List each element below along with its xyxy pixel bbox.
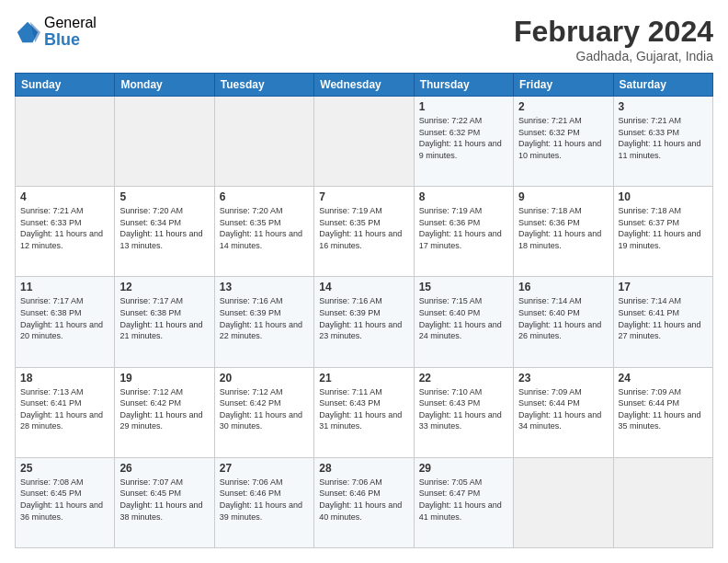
header: General Blue February 2024 Gadhada, Guja…	[15, 15, 713, 63]
main-title: February 2024	[514, 15, 713, 49]
day-info: Sunrise: 7:06 AM Sunset: 6:46 PM Dayligh…	[319, 477, 408, 523]
day-number: 21	[319, 372, 408, 385]
logo-text: General Blue	[44, 15, 97, 49]
calendar-cell	[314, 97, 414, 187]
day-number: 23	[518, 372, 608, 385]
day-info: Sunrise: 7:13 AM Sunset: 6:41 PM Dayligh…	[20, 386, 109, 432]
day-number: 27	[220, 462, 309, 475]
day-info: Sunrise: 7:05 AM Sunset: 6:47 PM Dayligh…	[419, 477, 508, 523]
day-number: 1	[419, 100, 508, 113]
calendar-header: SundayMondayTuesdayWednesdayThursdayFrid…	[16, 74, 713, 97]
calendar-cell: 18Sunrise: 7:13 AM Sunset: 6:41 PM Dayli…	[16, 367, 115, 457]
day-header-thursday: Thursday	[414, 74, 513, 97]
calendar-cell: 14Sunrise: 7:16 AM Sunset: 6:39 PM Dayli…	[314, 277, 414, 367]
day-header-saturday: Saturday	[613, 74, 712, 97]
calendar-cell: 27Sunrise: 7:06 AM Sunset: 6:46 PM Dayli…	[214, 457, 313, 547]
day-header-friday: Friday	[514, 74, 613, 97]
day-number: 20	[220, 372, 309, 385]
day-info: Sunrise: 7:08 AM Sunset: 6:45 PM Dayligh…	[20, 477, 109, 523]
day-info: Sunrise: 7:20 AM Sunset: 6:34 PM Dayligh…	[119, 205, 209, 251]
day-header-wednesday: Wednesday	[314, 74, 414, 97]
calendar-cell: 6Sunrise: 7:20 AM Sunset: 6:35 PM Daylig…	[214, 187, 313, 277]
day-number: 3	[619, 100, 708, 113]
day-number: 18	[20, 372, 109, 385]
day-info: Sunrise: 7:22 AM Sunset: 6:32 PM Dayligh…	[419, 115, 508, 161]
day-info: Sunrise: 7:11 AM Sunset: 6:43 PM Dayligh…	[319, 386, 408, 432]
calendar-cell: 8Sunrise: 7:19 AM Sunset: 6:36 PM Daylig…	[414, 187, 513, 277]
day-info: Sunrise: 7:19 AM Sunset: 6:35 PM Dayligh…	[319, 205, 408, 251]
day-number: 12	[119, 281, 209, 293]
calendar-cell	[115, 97, 214, 187]
day-header-monday: Monday	[115, 74, 214, 97]
day-number: 9	[518, 190, 608, 203]
day-info: Sunrise: 7:12 AM Sunset: 6:42 PM Dayligh…	[119, 386, 209, 432]
day-number: 13	[220, 281, 309, 293]
days-header-row: SundayMondayTuesdayWednesdayThursdayFrid…	[16, 74, 713, 97]
calendar-cell: 9Sunrise: 7:18 AM Sunset: 6:36 PM Daylig…	[514, 187, 613, 277]
title-block: February 2024 Gadhada, Gujarat, India	[514, 15, 713, 63]
day-info: Sunrise: 7:07 AM Sunset: 6:45 PM Dayligh…	[119, 477, 209, 523]
calendar-cell: 28Sunrise: 7:06 AM Sunset: 6:46 PM Dayli…	[314, 457, 414, 547]
calendar-cell: 3Sunrise: 7:21 AM Sunset: 6:33 PM Daylig…	[613, 97, 712, 187]
day-number: 7	[319, 190, 408, 203]
day-number: 19	[119, 372, 209, 385]
calendar-cell: 2Sunrise: 7:21 AM Sunset: 6:32 PM Daylig…	[514, 97, 613, 187]
calendar-cell: 25Sunrise: 7:08 AM Sunset: 6:45 PM Dayli…	[16, 457, 115, 547]
calendar-cell: 29Sunrise: 7:05 AM Sunset: 6:47 PM Dayli…	[414, 457, 513, 547]
calendar-cell: 16Sunrise: 7:14 AM Sunset: 6:40 PM Dayli…	[514, 277, 613, 367]
day-info: Sunrise: 7:15 AM Sunset: 6:40 PM Dayligh…	[419, 295, 508, 341]
calendar-cell: 11Sunrise: 7:17 AM Sunset: 6:38 PM Dayli…	[16, 277, 115, 367]
day-info: Sunrise: 7:18 AM Sunset: 6:37 PM Dayligh…	[619, 205, 708, 251]
calendar-cell	[16, 97, 115, 187]
calendar: SundayMondayTuesdayWednesdayThursdayFrid…	[15, 73, 713, 548]
day-info: Sunrise: 7:17 AM Sunset: 6:38 PM Dayligh…	[119, 295, 209, 341]
day-header-sunday: Sunday	[16, 74, 115, 97]
calendar-cell: 10Sunrise: 7:18 AM Sunset: 6:37 PM Dayli…	[613, 187, 712, 277]
calendar-cell: 4Sunrise: 7:21 AM Sunset: 6:33 PM Daylig…	[16, 187, 115, 277]
day-info: Sunrise: 7:17 AM Sunset: 6:38 PM Dayligh…	[20, 295, 109, 341]
day-info: Sunrise: 7:16 AM Sunset: 6:39 PM Dayligh…	[220, 295, 309, 341]
day-number: 17	[619, 281, 708, 293]
day-number: 4	[20, 190, 109, 203]
calendar-cell: 20Sunrise: 7:12 AM Sunset: 6:42 PM Dayli…	[214, 367, 313, 457]
day-info: Sunrise: 7:18 AM Sunset: 6:36 PM Dayligh…	[518, 205, 608, 251]
calendar-cell	[514, 457, 613, 547]
day-number: 15	[419, 281, 508, 293]
day-number: 22	[419, 372, 508, 385]
logo-general: General	[44, 15, 97, 31]
logo-blue: Blue	[44, 31, 97, 50]
calendar-cell	[613, 457, 712, 547]
day-info: Sunrise: 7:19 AM Sunset: 6:36 PM Dayligh…	[419, 205, 508, 251]
day-number: 26	[119, 462, 209, 475]
calendar-cell: 13Sunrise: 7:16 AM Sunset: 6:39 PM Dayli…	[214, 277, 313, 367]
calendar-cell: 22Sunrise: 7:10 AM Sunset: 6:43 PM Dayli…	[414, 367, 513, 457]
calendar-cell: 19Sunrise: 7:12 AM Sunset: 6:42 PM Dayli…	[115, 367, 214, 457]
calendar-cell	[214, 97, 313, 187]
day-info: Sunrise: 7:09 AM Sunset: 6:44 PM Dayligh…	[518, 386, 608, 432]
calendar-cell: 17Sunrise: 7:14 AM Sunset: 6:41 PM Dayli…	[613, 277, 712, 367]
day-info: Sunrise: 7:12 AM Sunset: 6:42 PM Dayligh…	[220, 386, 309, 432]
calendar-cell: 15Sunrise: 7:15 AM Sunset: 6:40 PM Dayli…	[414, 277, 513, 367]
calendar-body: 1Sunrise: 7:22 AM Sunset: 6:32 PM Daylig…	[16, 97, 713, 548]
week-row-3: 11Sunrise: 7:17 AM Sunset: 6:38 PM Dayli…	[16, 277, 713, 367]
day-number: 8	[419, 190, 508, 203]
day-info: Sunrise: 7:21 AM Sunset: 6:33 PM Dayligh…	[20, 205, 109, 251]
day-number: 2	[518, 100, 608, 113]
day-info: Sunrise: 7:10 AM Sunset: 6:43 PM Dayligh…	[419, 386, 508, 432]
day-number: 14	[319, 281, 408, 293]
day-number: 6	[220, 190, 309, 203]
day-number: 24	[619, 372, 708, 385]
day-number: 28	[319, 462, 408, 475]
page: General Blue February 2024 Gadhada, Guja…	[0, 0, 728, 563]
day-info: Sunrise: 7:16 AM Sunset: 6:39 PM Dayligh…	[319, 295, 408, 341]
day-number: 25	[20, 462, 109, 475]
calendar-cell: 5Sunrise: 7:20 AM Sunset: 6:34 PM Daylig…	[115, 187, 214, 277]
day-info: Sunrise: 7:21 AM Sunset: 6:32 PM Dayligh…	[518, 115, 608, 161]
day-header-tuesday: Tuesday	[214, 74, 313, 97]
week-row-5: 25Sunrise: 7:08 AM Sunset: 6:45 PM Dayli…	[16, 457, 713, 547]
day-number: 11	[20, 281, 109, 293]
day-number: 16	[518, 281, 608, 293]
calendar-cell: 7Sunrise: 7:19 AM Sunset: 6:35 PM Daylig…	[314, 187, 414, 277]
day-info: Sunrise: 7:14 AM Sunset: 6:41 PM Dayligh…	[619, 295, 708, 341]
calendar-cell: 24Sunrise: 7:09 AM Sunset: 6:44 PM Dayli…	[613, 367, 712, 457]
